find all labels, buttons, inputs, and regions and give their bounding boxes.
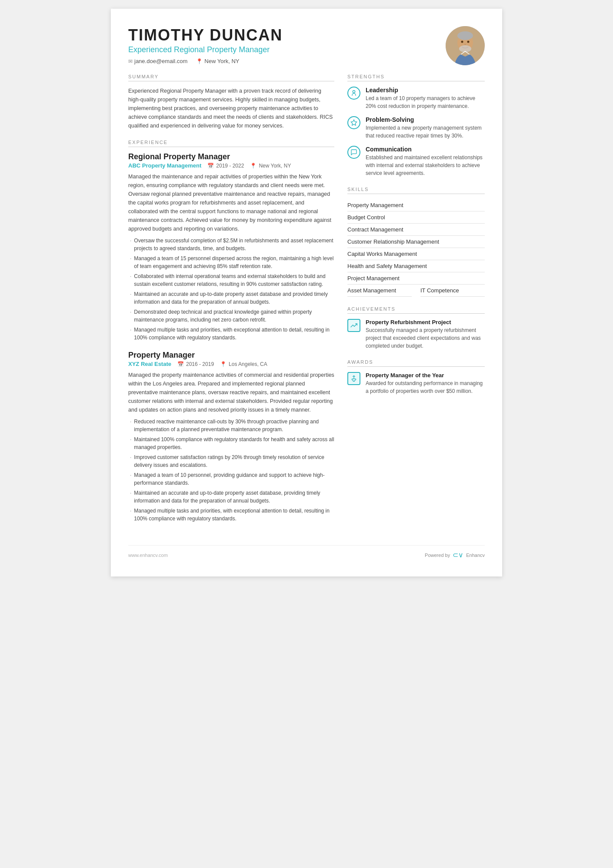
pin-icon-2: 📍 (220, 361, 227, 367)
bullet-item: ·Reduced reactive maintenance call-outs … (130, 418, 334, 433)
communication-title: Communication (366, 146, 485, 153)
summary-label: SUMMARY (128, 74, 334, 81)
leadership-desc: Led a team of 10 property managers to ac… (366, 94, 485, 110)
svg-point-3 (461, 41, 463, 43)
bullet-item: ·Managed a team of 10 personnel, providi… (130, 471, 334, 487)
experience-section: EXPERIENCE Regional Property Manager ABC… (128, 140, 334, 523)
achievement-1-icon (347, 319, 360, 332)
svg-point-7 (353, 90, 355, 93)
footer: www.enhancv.com Powered by ⊂∨ Enhancv (128, 545, 485, 559)
job-2-company-line: XYZ Real Estate 📅 2016 - 2019 📍 Los Ange… (128, 361, 334, 367)
brand-name: Enhancv (466, 553, 485, 558)
skills-label: SKILLS (347, 187, 485, 194)
skill-contract-management: Contract Management (347, 224, 485, 236)
job-1-location: 📍 New York, NY (250, 163, 291, 169)
job-2-title: Property Manager (128, 351, 334, 360)
footer-logo: Powered by ⊂∨ Enhancv (425, 551, 485, 559)
profile-photo (446, 26, 485, 65)
svg-point-4 (467, 41, 470, 43)
pin-icon: 📍 (250, 163, 257, 169)
job-2-location: 📍 Los Angeles, CA (220, 361, 267, 367)
bullet-item: ·Maintained 100% compliance with regulat… (130, 436, 334, 451)
achievements-label: ACHIEVEMENTS (347, 306, 485, 314)
candidate-title: Experienced Regional Property Manager (128, 45, 283, 54)
powered-by-label: Powered by (425, 553, 450, 558)
job-2-dates: 📅 2016 - 2019 (177, 361, 214, 367)
header: TIMOTHY DUNCAN Experienced Regional Prop… (128, 26, 485, 65)
footer-website: www.enhancv.com (128, 553, 168, 558)
email-value: jane.doe@email.com (134, 58, 187, 64)
skill-it-competence: IT Competence (420, 285, 485, 297)
problem-solving-icon (347, 116, 360, 129)
award-1: Property Manager of the Year Awarded for… (347, 372, 485, 395)
job-2-description: Managed the property maintenance activit… (128, 371, 334, 414)
location-value: New York, NY (204, 58, 239, 64)
location-contact: 📍 New York, NY (196, 58, 239, 64)
calendar-icon: 📅 (207, 163, 214, 169)
summary-section: SUMMARY Experienced Regional Property Ma… (128, 74, 334, 130)
communication-desc: Established and maintained excellent rel… (366, 154, 485, 177)
skill-capital-works: Capital Works Management (347, 248, 485, 260)
skill-property-management: Property Management (347, 199, 485, 211)
job-1-company-line: ABC Property Management 📅 2019 - 2022 📍 … (128, 162, 334, 169)
job-2: Property Manager XYZ Real Estate 📅 2016 … (128, 351, 334, 523)
svg-point-2 (457, 31, 473, 40)
bullet-item: ·Collaborated with internal operational … (130, 272, 334, 288)
achievement-1-desc: Successfully managed a property refurbis… (366, 326, 485, 350)
award-1-title: Property Manager of the Year (366, 372, 485, 379)
skills-section: SKILLS Property Management Budget Contro… (347, 187, 485, 297)
bullet-item: ·Managed multiple tasks and priorities, … (130, 507, 334, 523)
contact-line: ✉ jane.doe@email.com 📍 New York, NY (128, 58, 283, 64)
awards-section: AWARDS Property Manager of the Year Awar… (347, 359, 485, 395)
job-2-bullets: ·Reduced reactive maintenance call-outs … (128, 418, 334, 523)
svg-point-5 (464, 44, 466, 45)
skills-row: Asset Management IT Competence (347, 285, 485, 297)
candidate-name: TIMOTHY DUNCAN (128, 26, 283, 44)
achievement-1-content: Property Refurbishment Project Successfu… (366, 319, 485, 350)
experience-label: EXPERIENCE (128, 140, 334, 147)
job-1-dates: 📅 2019 - 2022 (207, 163, 244, 169)
skill-crm: Customer Relationship Management (347, 236, 485, 248)
skill-project-management: Project Management (347, 272, 485, 285)
header-left: TIMOTHY DUNCAN Experienced Regional Prop… (128, 26, 283, 64)
strength-leadership: Leadership Led a team of 10 property man… (347, 87, 485, 110)
skill-asset-management: Asset Management (347, 285, 412, 297)
strength-communication-content: Communication Established and maintained… (366, 146, 485, 177)
summary-text: Experienced Regional Property Manager wi… (128, 87, 334, 130)
job-1-title: Regional Property Manager (128, 152, 334, 161)
strength-problem-solving: Problem-Solving Implemented a new proper… (347, 116, 485, 140)
strength-communication: Communication Established and maintained… (347, 146, 485, 177)
job-1-description: Managed the maintenance and repair activ… (128, 172, 334, 233)
email-contact: ✉ jane.doe@email.com (128, 58, 187, 64)
job-2-company: XYZ Real Estate (128, 361, 171, 367)
bullet-item: ·Improved customer satisfaction ratings … (130, 453, 334, 469)
job-1-company: ABC Property Management (128, 162, 201, 169)
right-column: STRENGTHS Leadership Led a team of 10 pr… (347, 74, 485, 532)
job-1-bullets: ·Oversaw the successful completion of $2… (128, 237, 334, 342)
communication-icon (347, 146, 360, 159)
award-1-icon (347, 372, 360, 385)
bullet-item: ·Oversaw the successful completion of $2… (130, 237, 334, 252)
bullet-item: ·Managed multiple tasks and priorities, … (130, 326, 334, 342)
strengths-section: STRENGTHS Leadership Led a team of 10 pr… (347, 74, 485, 177)
strength-problem-solving-content: Problem-Solving Implemented a new proper… (366, 116, 485, 140)
achievement-1: Property Refurbishment Project Successfu… (347, 319, 485, 350)
leadership-title: Leadership (366, 87, 485, 94)
left-column: SUMMARY Experienced Regional Property Ma… (128, 74, 334, 532)
leadership-icon (347, 87, 360, 100)
strengths-label: STRENGTHS (347, 74, 485, 81)
skill-budget-control: Budget Control (347, 211, 485, 224)
bullet-item: ·Maintained an accurate and up-to-date p… (130, 290, 334, 306)
email-icon: ✉ (128, 58, 133, 64)
bullet-item: ·Maintained an accurate and up-to-date p… (130, 489, 334, 505)
achievement-1-title: Property Refurbishment Project (366, 319, 485, 325)
problem-solving-desc: Implemented a new property management sy… (366, 124, 485, 140)
calendar-icon-2: 📅 (177, 361, 184, 367)
svg-marker-8 (351, 120, 356, 125)
skill-health-safety: Health and Safety Management (347, 260, 485, 272)
main-content: SUMMARY Experienced Regional Property Ma… (128, 74, 485, 532)
resume-page: TIMOTHY DUNCAN Experienced Regional Prop… (111, 9, 502, 576)
award-1-content: Property Manager of the Year Awarded for… (366, 372, 485, 395)
bullet-item: ·Managed a team of 15 personnel disperse… (130, 255, 334, 270)
strength-leadership-content: Leadership Led a team of 10 property man… (366, 87, 485, 110)
